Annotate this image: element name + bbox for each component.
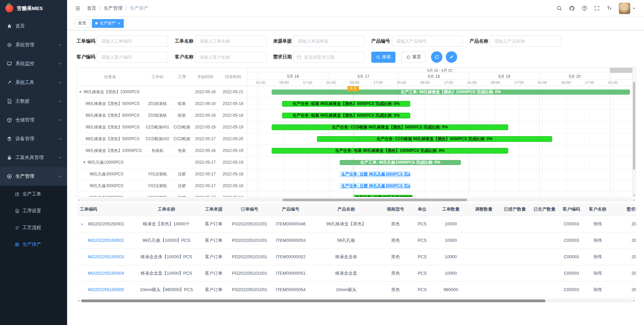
source-doc-input[interactable] xyxy=(293,36,365,47)
help-icon[interactable] xyxy=(582,5,587,11)
scrollbar-thumb[interactable] xyxy=(633,82,635,170)
product-name-input[interactable] xyxy=(490,36,561,47)
cell-demand-date: 202 xyxy=(611,281,636,298)
sidebar-item-production-mgmt[interactable]: 生产管理 xyxy=(0,167,67,186)
gantt-bar-task-selected[interactable]: 生产任务: 注塑 96孔孔板3000PCS 完成比例: 0% xyxy=(340,183,410,189)
cell-qty: 10000 xyxy=(433,249,468,265)
gantt-vertical-scrollbar[interactable]: ▼ xyxy=(632,68,636,197)
gantt-task-row[interactable]: 96孔孔板3000PCS Y01注塑机 注塑 2022-05-17 2022-0… xyxy=(77,168,247,180)
refresh-icon xyxy=(406,55,411,59)
gantt-horizontal-scrollbar[interactable]: ◄ ► xyxy=(76,198,636,202)
tab-home[interactable]: 首页 xyxy=(75,19,90,28)
gantt-task-row[interactable]: 96孔移液盒【黑色】5000PCS Z01组装机 组装 2022-05-16 2… xyxy=(77,98,247,110)
gantt-bar-task-selected[interactable]: 生产任务: 注塑 96孔孔板3000PCS 完成比例: 0% xyxy=(340,171,410,177)
refresh-schedule-button[interactable] xyxy=(431,51,442,63)
gantt-task-row[interactable]: 96孔孔板3000PCS Y02注塑机 注塑 2022-05-17 2022-0… xyxy=(77,180,247,192)
workorder-name-input[interactable] xyxy=(195,36,266,47)
gantt-task-row[interactable]: 96孔移液盒【黑色】10000PCS 包装机 包装 2022-05-16 202… xyxy=(77,145,247,157)
task-station: Y02注塑机 xyxy=(143,183,172,189)
scrollbar-thumb[interactable] xyxy=(81,300,545,302)
gantt-chart-body: 生产工单: 96孔移液盒【黑色】10000PCS 完成比例: 0% 生产任务: … xyxy=(247,86,632,197)
gantt-bar-workorder[interactable]: 生产工单: 96孔孔板10000PCS 完成比例: 0% xyxy=(340,160,461,165)
table-row[interactable]: MO202205150003 移液盒盒体【10000】PCS 客户订单 PO20… xyxy=(76,249,636,265)
reset-button[interactable]: 重置 xyxy=(401,52,426,63)
sidebar-item-label: 仓储管理 xyxy=(15,117,34,123)
reset-button-label: 重置 xyxy=(412,54,421,60)
breadcrumb: 首页 / 生产管理 / 生产排产 xyxy=(87,5,149,11)
fullscreen-icon[interactable] xyxy=(594,5,600,11)
customer-code-input[interactable] xyxy=(97,52,168,63)
workorder-code-input[interactable] xyxy=(97,36,168,47)
table-row[interactable]: MO202205150004 移液盒盒盖【10000】PCS 客户订单 PO20… xyxy=(76,265,636,281)
gantt-bar-task[interactable]: 生产任务: CCD检测 96孔移液盒【黑色】5000PCS 完成比例: 0% xyxy=(272,124,508,130)
task-start: 2022-05-16 xyxy=(192,90,219,94)
gantt-task-row[interactable]: 96孔移液盒【黑色】5000PCS CCD检测#02 CCD检测 2022-05… xyxy=(77,133,247,145)
sidebar-item-production-workorder[interactable]: 生产工单 xyxy=(0,186,67,203)
table-row[interactable]: MO202205150001 移液盒【黑色】10000个 客户订单 PO2022… xyxy=(76,216,636,232)
production-icon xyxy=(7,174,12,179)
gantt-task-row[interactable]: 96孔孔板3000PCS Y03注塑机 注塑 2022-05-17 2022-0… xyxy=(77,192,247,197)
sidebar-item-process-settings[interactable]: 工序设置 xyxy=(0,203,67,219)
fixture-lock-icon xyxy=(7,155,12,160)
sidebar-item-system-tools[interactable]: 系统工具 xyxy=(0,73,67,92)
orders-horizontal-scrollbar[interactable]: ◄ ► xyxy=(76,299,636,303)
scroll-left-arrow[interactable]: ◄ xyxy=(76,199,80,202)
tab-close-icon[interactable]: × xyxy=(118,21,120,25)
user-menu[interactable] xyxy=(619,3,636,14)
gantt-task-row[interactable]: 96孔移液盒【黑色】5000PCS CCD检测#01 CCD检测 2022-05… xyxy=(77,121,247,133)
search-button[interactable]: 搜索 xyxy=(371,52,395,63)
font-size-icon[interactable] xyxy=(606,5,612,11)
sidebar-item-fixtures[interactable]: 工装夹具管理 xyxy=(0,148,67,167)
scroll-left-arrow[interactable]: ◄ xyxy=(76,299,80,302)
sidebar-item-process-flow[interactable]: 工艺流程 xyxy=(0,219,67,236)
gantt-task-row[interactable]: ▼96孔孔板10000PCS 2022-05-17 2022-05-19 xyxy=(77,157,247,168)
gantt-bar-task[interactable]: 生产任务: CCD检测 96孔移液盒【黑色】5000PCS 完成比例: 0% xyxy=(317,136,552,142)
gantt-task-row[interactable]: ▼96孔移液盒【黑色】10000PCS 2022-05-16 2022-05-2… xyxy=(77,86,247,98)
app-logo[interactable]: 苦糖果MES xyxy=(0,0,67,17)
collapse-caret-icon[interactable]: ▼ xyxy=(83,161,86,164)
menu-fold-icon[interactable] xyxy=(75,5,81,11)
tab-production-scheduling[interactable]: 生产排产 × xyxy=(92,19,124,28)
edit-schedule-button[interactable] xyxy=(446,51,457,63)
collapse-caret-icon[interactable]: ▼ xyxy=(79,90,82,94)
scrollbar-track[interactable] xyxy=(80,299,632,303)
table-row[interactable]: MO202205150002 96孔孔板【10000】PCS 客户订单 PO20… xyxy=(76,232,636,249)
scroll-right-arrow[interactable]: ► xyxy=(632,199,636,202)
sidebar-item-warehouse[interactable]: 仓储管理 xyxy=(0,111,67,129)
sidebar-item-production-scheduling[interactable]: 生产排产 xyxy=(0,236,67,253)
gantt-timeline: 5月 16 - 5月 22 5月 16 5月 17 5月 18 5月 19 5月… xyxy=(247,68,632,197)
github-icon[interactable] xyxy=(569,5,575,11)
cell-spec: 黑色 xyxy=(380,265,411,281)
workorder-code-link[interactable]: MO202205150004 xyxy=(80,271,124,276)
workorder-code-link[interactable]: MO202205150005 xyxy=(80,287,124,292)
breadcrumb-home[interactable]: 首页 xyxy=(87,5,96,11)
gantt-bar-workorder[interactable]: 生产工单: 96孔移液盒【黑色】10000PCS 完成比例: 0% xyxy=(272,90,630,95)
table-row[interactable]: MO202205150005 10mm吸头【960000】PCS 客户订单 PO… xyxy=(76,281,636,298)
sidebar-item-home[interactable]: 首页 xyxy=(0,17,67,36)
gantt-bar-task[interactable]: 生产任务: 组装 96孔移液盒【黑色】5000PCS 完成比例: 0% xyxy=(282,101,410,107)
breadcrumb-production-mgmt[interactable]: 生产管理 xyxy=(104,5,122,11)
sidebar-item-system-mgmt[interactable]: 系统管理 xyxy=(0,36,67,54)
sidebar-item-system-monitor[interactable]: 系统监控 xyxy=(0,54,67,73)
gantt-table-body: ▼96孔移液盒【黑色】10000PCS 2022-05-16 2022-05-2… xyxy=(77,86,247,197)
gantt-bar-task[interactable]: 生产任务: 包装 96孔移液盒【黑色】10000PCS 完成比例: 0% xyxy=(272,148,508,154)
demand-date-input[interactable] xyxy=(293,52,365,63)
search-icon[interactable] xyxy=(556,5,562,11)
scrollbar-track[interactable] xyxy=(80,198,632,202)
workorder-code-link[interactable]: MO202205150001 xyxy=(88,221,124,226)
product-code-input[interactable] xyxy=(392,36,463,47)
avatar[interactable] xyxy=(619,3,630,14)
scroll-right-arrow[interactable]: ► xyxy=(632,299,636,302)
customer-name-input[interactable] xyxy=(195,52,266,63)
gantt-bar-task[interactable]: 生产任务: 组装 96孔移液盒【黑色】5000PCS 完成比例: 0% xyxy=(282,113,410,118)
sidebar-item-equipment[interactable]: 设备管理 xyxy=(0,129,67,148)
scroll-down-arrow[interactable]: ▼ xyxy=(633,194,636,197)
row-expand-chevron-icon[interactable] xyxy=(80,222,84,226)
workorder-code-link[interactable]: MO202205150002 xyxy=(80,238,124,243)
gantt-bar-task[interactable]: 生产任务: 注塑 96孔孔板3000PCS 完成比例: 0% xyxy=(354,195,413,197)
gantt-task-row[interactable]: 96孔移液盒【黑色】5000PCS Z02组装机 组装 2022-05-16 2… xyxy=(77,110,247,121)
task-station: CCD检测#01 xyxy=(143,124,172,130)
sidebar-item-master-data[interactable]: 主数据 xyxy=(0,92,67,111)
scrollbar-thumb[interactable] xyxy=(282,199,467,201)
workorder-code-link[interactable]: MO202205150003 xyxy=(80,254,124,259)
